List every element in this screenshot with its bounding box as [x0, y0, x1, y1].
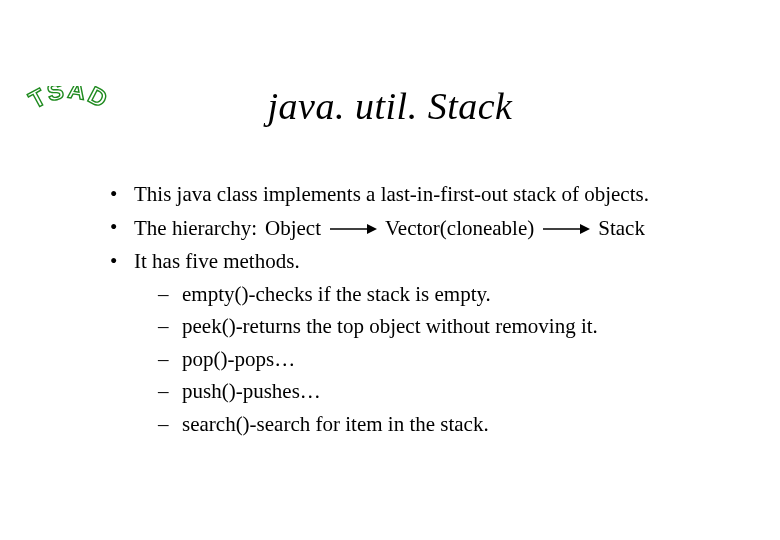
sub-text: push()-pushes…	[182, 379, 321, 403]
hierarchy-line: The hierarchy: Object Vector(cloneable) …	[134, 212, 645, 245]
bullet-list: This java class implements a last-in-fir…	[110, 178, 740, 440]
sub-item: search()-search for item in the stack.	[158, 408, 740, 441]
slide: TSAD java. util. Stack This java class i…	[0, 84, 780, 540]
hierarchy-prefix: The hierarchy:	[134, 212, 257, 245]
hierarchy-node: Stack	[598, 212, 645, 245]
logo-text: TSAD	[24, 86, 113, 114]
sub-text: peek()-returns the top object without re…	[182, 314, 598, 338]
bullet-text: It has five methods.	[134, 249, 300, 273]
sub-item: peek()-returns the top object without re…	[158, 310, 740, 343]
arrow-right-icon	[329, 223, 377, 235]
logo-tsad: TSAD	[14, 86, 124, 132]
hierarchy-node: Object	[265, 212, 321, 245]
svg-marker-3	[580, 224, 590, 234]
sub-item: empty()-checks if the stack is empty.	[158, 278, 740, 311]
sub-text: empty()-checks if the stack is empty.	[182, 282, 491, 306]
sub-list: empty()-checks if the stack is empty. pe…	[134, 278, 740, 441]
bullet-item: It has five methods. empty()-checks if t…	[110, 245, 740, 440]
slide-body: This java class implements a last-in-fir…	[110, 178, 740, 440]
bullet-text: This java class implements a last-in-fir…	[134, 182, 649, 206]
sub-item: push()-pushes…	[158, 375, 740, 408]
arrow-right-icon	[542, 223, 590, 235]
sub-text: search()-search for item in the stack.	[182, 412, 489, 436]
sub-text: pop()-pops…	[182, 347, 295, 371]
bullet-item: The hierarchy: Object Vector(cloneable) …	[110, 211, 740, 245]
bullet-item: This java class implements a last-in-fir…	[110, 178, 740, 211]
svg-marker-1	[367, 224, 377, 234]
hierarchy-node: Vector(cloneable)	[385, 212, 534, 245]
sub-item: pop()-pops…	[158, 343, 740, 376]
